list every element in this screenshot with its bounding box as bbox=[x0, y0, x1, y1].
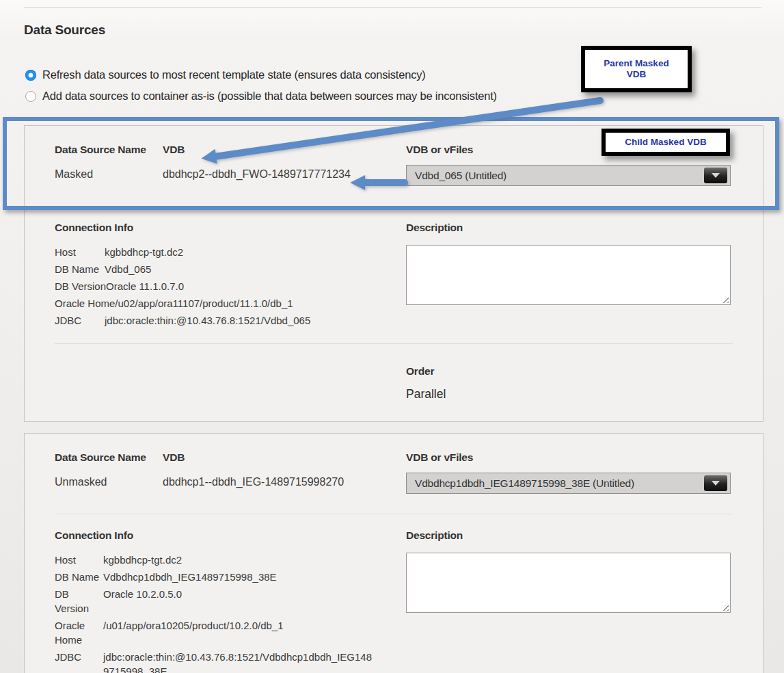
conn-row-db-version: DB Version Oracle 11.1.0.7.0 bbox=[55, 279, 379, 293]
conn-label: DB Version bbox=[55, 587, 103, 616]
conn-label: DB Name bbox=[55, 570, 103, 584]
radio-refresh-option[interactable]: Refresh data sources to most recent temp… bbox=[25, 64, 497, 85]
masked-data-source-panel: Data Source Name VDB VDB or vFiles Maske… bbox=[24, 125, 763, 422]
conn-value: Oracle 11.1.0.7.0 bbox=[106, 279, 184, 293]
description-label: Description bbox=[406, 222, 731, 234]
description-textarea[interactable] bbox=[406, 245, 731, 305]
data-source-name-value: Unmasked bbox=[55, 476, 107, 488]
connection-info-block: Connection Info Host kgbbdhcp-tgt.dc2 DB… bbox=[55, 222, 379, 330]
vdb-or-vfiles-header: VDB or vFiles bbox=[406, 451, 473, 464]
conn-row-oracle-home: Oracle Home /u01/app/ora10205/product/10… bbox=[55, 618, 379, 647]
description-block: Description bbox=[406, 529, 731, 613]
row-divider bbox=[55, 343, 733, 344]
callout-text: VDB bbox=[627, 69, 647, 79]
callout-text: Child Masked VDB bbox=[625, 137, 706, 148]
conn-value: jdbc:oracle:thin:@10.43.76.8:1521/Vdbdhc… bbox=[103, 650, 377, 673]
conn-value: Vdbd_065 bbox=[105, 262, 151, 276]
conn-label: Oracle Home bbox=[55, 618, 103, 647]
parent-masked-vdb-callout: Parent Masked VDB bbox=[581, 46, 692, 92]
description-textarea[interactable] bbox=[406, 553, 731, 613]
description-block: Description bbox=[406, 222, 731, 305]
vdb-select[interactable]: Vdbd_065 (Untitled) bbox=[406, 165, 731, 186]
conn-label: JDBC bbox=[55, 313, 105, 328]
conn-row-host: Host kgbbdhcp-tgt.dc2 bbox=[55, 553, 379, 567]
page-title: Data Sources bbox=[24, 23, 105, 38]
data-sources-page: Data Sources Refresh data sources to mos… bbox=[0, 0, 784, 673]
data-source-name-value: Masked bbox=[55, 168, 93, 181]
vdb-select[interactable]: Vdbdhcp1dbdh_IEG1489715998_38E (Untitled… bbox=[406, 473, 731, 494]
dropdown-arrow-button[interactable] bbox=[704, 475, 727, 491]
conn-value: /u01/app/ora10205/product/10.2.0/db_1 bbox=[103, 618, 284, 647]
child-masked-vdb-callout: Child Masked VDB bbox=[601, 129, 730, 156]
radio-add-asis-option[interactable]: Add data sources to container as-is (pos… bbox=[25, 85, 497, 107]
vdb-select-value: Vdbdhcp1dbdh_IEG1489715998_38E (Untitled… bbox=[415, 477, 634, 490]
chevron-down-icon bbox=[712, 481, 720, 486]
callout-text: Parent Masked bbox=[604, 58, 668, 68]
chevron-down-icon bbox=[712, 173, 720, 178]
conn-row-db-version: DB Version Oracle 10.2.0.5.0 bbox=[55, 587, 379, 616]
vdb-value: dbdhcp2--dbdh_FWO-1489717771234 bbox=[163, 168, 351, 181]
conn-row-host: Host kgbbdhcp-tgt.dc2 bbox=[55, 245, 379, 259]
conn-label: Host bbox=[55, 553, 103, 567]
conn-value: Oracle 10.2.0.5.0 bbox=[103, 587, 182, 616]
vdb-header: VDB bbox=[163, 451, 185, 464]
vdb-value: dbdhcp1--dbdh_IEG-1489715998270 bbox=[163, 476, 344, 488]
unmasked-data-source-panel: Data Source Name VDB VDB or vFiles Unmas… bbox=[24, 433, 763, 673]
vdb-header: VDB bbox=[163, 144, 185, 156]
conn-label: Oracle Home bbox=[55, 296, 115, 311]
row-divider bbox=[55, 206, 733, 207]
conn-row-db-name: DB Name Vdbd_065 bbox=[55, 262, 379, 276]
radio-selected-icon[interactable] bbox=[25, 70, 36, 81]
conn-label: DB Name bbox=[55, 262, 105, 276]
conn-row-db-name: DB Name Vdbdhcp1dbdh_IEG1489715998_38E bbox=[55, 570, 379, 584]
data-source-name-header: Data Source Name bbox=[55, 144, 146, 156]
data-source-name-header: Data Source Name bbox=[55, 451, 146, 464]
top-divider bbox=[24, 7, 761, 8]
conn-value: jdbc:oracle:thin:@10.43.76.8:1521/Vdbd_0… bbox=[105, 313, 310, 328]
order-label: Order bbox=[406, 365, 446, 378]
vdb-select-value: Vdbd_065 (Untitled) bbox=[415, 170, 506, 182]
refresh-options-group: Refresh data sources to most recent temp… bbox=[25, 64, 497, 107]
description-label: Description bbox=[406, 529, 731, 542]
order-block: Order Parallel bbox=[406, 365, 446, 401]
conn-value: kgbbdhcp-tgt.dc2 bbox=[103, 553, 182, 567]
conn-row-oracle-home: Oracle Home /u02/app/ora11107/product/11… bbox=[55, 296, 379, 311]
row-divider bbox=[55, 514, 733, 514]
radio-add-asis-label: Add data sources to container as-is (pos… bbox=[42, 90, 497, 103]
radio-refresh-label: Refresh data sources to most recent temp… bbox=[42, 68, 426, 81]
connection-info-title: Connection Info bbox=[55, 529, 379, 542]
conn-row-jdbc: JDBC jdbc:oracle:thin:@10.43.76.8:1521/V… bbox=[55, 650, 379, 673]
connection-info-title: Connection Info bbox=[55, 222, 379, 234]
conn-value: Vdbdhcp1dbdh_IEG1489715998_38E bbox=[103, 570, 277, 584]
conn-label: JDBC bbox=[55, 650, 103, 673]
conn-value: kgbbdhcp-tgt.dc2 bbox=[105, 245, 183, 259]
order-value: Parallel bbox=[406, 387, 446, 401]
vdb-or-vfiles-header: VDB or vFiles bbox=[406, 144, 473, 156]
dropdown-arrow-button[interactable] bbox=[704, 168, 727, 183]
connection-info-block: Connection Info Host kgbbdhcp-tgt.dc2 DB… bbox=[55, 529, 379, 673]
conn-value: /u02/app/ora11107/product/11.1.0/db_1 bbox=[115, 296, 293, 311]
conn-label: DB Version bbox=[55, 279, 106, 293]
conn-label: Host bbox=[55, 245, 105, 259]
conn-row-jdbc: JDBC jdbc:oracle:thin:@10.43.76.8:1521/V… bbox=[55, 313, 379, 328]
radio-unselected-icon[interactable] bbox=[25, 91, 36, 102]
